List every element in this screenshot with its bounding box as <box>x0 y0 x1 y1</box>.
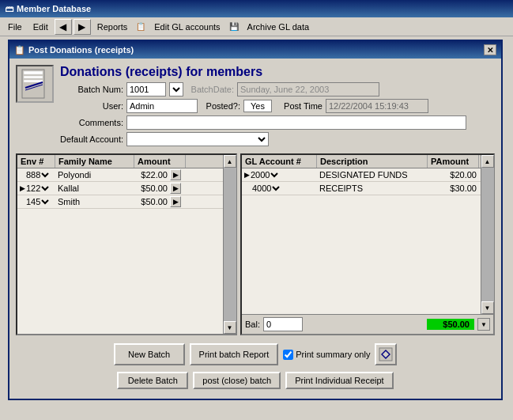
post-donations-dialog: 📋 Post Donations (receipts) ✕ Donations … <box>8 40 503 400</box>
col-gl-account: GL Account # <box>242 155 317 168</box>
nav-icon-button[interactable] <box>375 343 397 365</box>
posted-value: Yes <box>243 100 272 112</box>
app-title: Member Database <box>17 4 91 13</box>
toolbar-back[interactable]: ◀ <box>55 19 72 35</box>
batch-date-label: BatchDate: <box>187 85 234 94</box>
left-table-container: Env # Family Name Amount 888 ▼ Poly <box>16 153 237 335</box>
col-description: Description <box>317 155 428 168</box>
header-section: Donations (receipts) for members Batch N… <box>16 65 495 149</box>
svg-rect-3 <box>24 80 43 82</box>
post-close-batch-button[interactable]: post (close) batch <box>193 372 281 389</box>
toolbar-gl-icon: 📋 <box>134 20 148 34</box>
menubar: File Edit ◀ ▶ Reports 📋 Edit GL accounts… <box>0 17 513 36</box>
comments-input[interactable] <box>126 115 466 130</box>
print-summary-label: Print summary only <box>296 350 370 359</box>
left-table-body: 888 ▼ Polyondi $22.00 ▶ ▶ 122 <box>17 168 223 334</box>
default-account-row: Default Account: <box>60 132 495 146</box>
delete-batch-button[interactable]: Delete Batch <box>117 372 188 389</box>
svg-rect-1 <box>24 71 43 74</box>
bal-total: $50.00 <box>427 319 474 330</box>
header-info: Donations (receipts) for members Batch N… <box>60 65 495 149</box>
nav-btn-2[interactable]: ▶ <box>170 183 181 194</box>
menu-reports[interactable]: Reports <box>92 21 133 33</box>
scroll-corner[interactable]: ▼ <box>477 318 490 331</box>
comments-label: Comments: <box>60 118 123 127</box>
scroll-track-right[interactable] <box>481 168 494 301</box>
bal-label: Bal: <box>245 320 260 329</box>
dialog-body: Donations (receipts) for members Batch N… <box>9 59 501 399</box>
right-table-inner: GL Account # Description PAmount ▶ 2000 … <box>242 155 493 314</box>
col-amount: Amount <box>134 155 186 168</box>
col-env: Env # <box>17 155 55 168</box>
bal-input[interactable] <box>263 317 303 331</box>
menu-file[interactable]: File <box>3 21 27 33</box>
toolbar-archive-icon: 💾 <box>227 20 241 34</box>
table-row[interactable]: ▶ 122 ▼ Kallal $50.00 ▶ <box>17 182 223 195</box>
post-time-label: Post Time <box>275 101 323 111</box>
comments-row: Comments: <box>60 115 495 130</box>
app-icon: 🗃 <box>5 4 13 13</box>
app-titlebar: 🗃 Member Database <box>0 0 513 17</box>
table-row[interactable]: 888 ▼ Polyondi $22.00 ▶ <box>17 168 223 182</box>
dialog-header-title: Donations (receipts) for members <box>60 65 495 79</box>
toolbar-forward[interactable]: ▶ <box>74 19 91 35</box>
batch-num-row: Batch Num: ▼ BatchDate: <box>60 82 495 96</box>
user-label: User: <box>60 101 123 111</box>
menu-archive-gl[interactable]: Archive GL data <box>243 21 314 33</box>
batch-num-input[interactable] <box>126 82 166 96</box>
gl-dropdown-2[interactable]: ▼ <box>271 183 282 194</box>
right-table-header: GL Account # Description PAmount <box>242 155 481 168</box>
posted-label: Posted?: <box>201 101 240 111</box>
scroll-down-right[interactable]: ▼ <box>481 301 494 314</box>
right-table-body: ▶ 2000 ▼ DESIGNATED FUNDS $20.00 <box>242 168 481 314</box>
right-table: GL Account # Description PAmount ▶ 2000 … <box>242 155 481 314</box>
env-dropdown-2[interactable]: ▼ <box>40 183 51 194</box>
print-batch-report-button[interactable]: Print batch Report <box>190 343 279 365</box>
table-row[interactable]: ▶ 2000 ▼ DESIGNATED FUNDS $20.00 <box>242 168 481 182</box>
menu-edit[interactable]: Edit <box>28 21 53 33</box>
env-dropdown-1[interactable]: ▼ <box>40 169 51 180</box>
batch-num-label: Batch Num: <box>60 85 123 94</box>
col-family: Family Name <box>55 155 134 168</box>
dialog-titlebar-left: 📋 Post Donations (receipts) <box>14 45 134 55</box>
env-dropdown-3[interactable]: ▼ <box>40 196 51 207</box>
dialog-title: Post Donations (receipts) <box>28 45 134 55</box>
scroll-up-right[interactable]: ▲ <box>481 155 494 168</box>
balance-row: Bal: $50.00 ▼ <box>242 314 493 334</box>
default-account-select[interactable] <box>126 132 269 146</box>
default-account-label: Default Account: <box>60 134 123 144</box>
scroll-track-left[interactable] <box>224 168 236 321</box>
new-batch-button[interactable]: New Batch <box>114 343 185 365</box>
right-table-scrollbar[interactable]: ▲ ▼ <box>481 155 493 314</box>
left-table-scrollbar[interactable]: ▲ ▼ <box>223 155 236 334</box>
right-table-container: GL Account # Description PAmount ▶ 2000 … <box>240 153 495 335</box>
nav-btn-1[interactable]: ▶ <box>170 169 181 180</box>
user-input[interactable] <box>126 99 198 113</box>
table-row[interactable]: 4000 ▼ RECEIPTS $30.00 <box>242 182 481 195</box>
menu-edit-gl[interactable]: Edit GL accounts <box>149 21 224 33</box>
dialog-titlebar: 📋 Post Donations (receipts) ✕ <box>9 41 501 59</box>
left-table: Env # Family Name Amount 888 ▼ Poly <box>17 155 223 334</box>
svg-rect-2 <box>24 76 43 78</box>
user-row: User: Posted?: Yes Post Time <box>60 99 495 113</box>
batch-num-dropdown[interactable]: ▼ <box>169 82 183 96</box>
gl-dropdown-1[interactable]: ▼ <box>270 169 281 180</box>
button-bar-1: New Batch Print batch Report Print summa… <box>16 340 495 369</box>
dialog-close-button[interactable]: ✕ <box>484 44 496 55</box>
post-time-input <box>326 99 428 113</box>
scroll-up-left[interactable]: ▲ <box>224 155 236 168</box>
table-row[interactable]: 145 ▼ Smith $50.00 ▶ <box>17 195 223 209</box>
batch-date-input <box>237 82 379 96</box>
header-icon <box>16 65 54 103</box>
print-summary-wrapper: Print summary only <box>283 343 370 365</box>
button-bar-2: Delete Batch post (close) batch Print In… <box>16 369 495 392</box>
left-table-header: Env # Family Name Amount <box>17 155 223 168</box>
dialog-icon: 📋 <box>14 45 25 55</box>
tables-section: Env # Family Name Amount 888 ▼ Poly <box>16 153 495 335</box>
print-summary-checkbox[interactable] <box>283 350 293 360</box>
nav-btn-3[interactable]: ▶ <box>170 196 181 207</box>
print-individual-button[interactable]: Print Individual Receipt <box>285 372 394 389</box>
col-pamount: PAmount <box>428 155 479 168</box>
scroll-down-left[interactable]: ▼ <box>224 321 236 334</box>
